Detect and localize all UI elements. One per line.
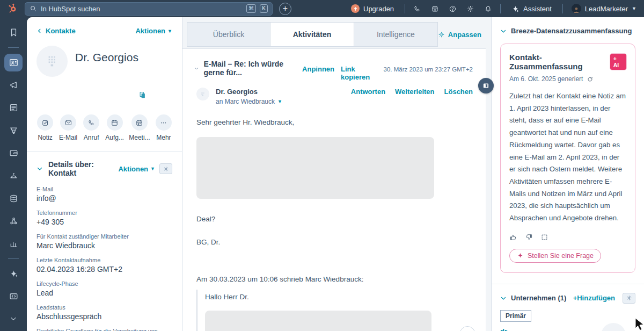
copy-summary-icon[interactable] [540, 233, 548, 241]
divider [8, 258, 19, 259]
email-button[interactable]: E-Mail [59, 114, 77, 141]
settings-gear-icon[interactable] [462, 5, 479, 13]
meeting-calendar-icon [131, 114, 148, 131]
refresh-icon[interactable] [587, 76, 594, 83]
breeze-summary-title: Breeze-Datensatzzusammenfassung [511, 27, 632, 35]
note-button[interactable]: Notiz [36, 114, 54, 141]
nav-reporting[interactable] [4, 235, 23, 253]
field-legal-basis[interactable]: Rechtliche Grundlage für die Verarbeitun… [36, 328, 172, 331]
nav-crm-contacts[interactable] [4, 54, 23, 71]
summary-card-title: Kontakt-Zusammenfassung [509, 53, 610, 71]
top-navigation-bar: ⌘ K + Upgraden Assis [0, 0, 644, 17]
user-name-label: LeadMarketer [585, 5, 628, 13]
assistant-label: Assistent [523, 5, 552, 13]
nav-data[interactable] [4, 190, 23, 207]
divider [562, 4, 563, 13]
search-input[interactable] [41, 5, 243, 13]
field-owner[interactable]: Für Kontakt zuständiger Mitarbeiter Marc… [36, 233, 172, 250]
email-subject[interactable]: E-Mail – Re: Ich würde gerne für... [194, 60, 296, 77]
delete-link[interactable]: Löschen [444, 88, 473, 105]
back-to-contacts-link[interactable]: Kontakte [36, 27, 76, 35]
company-association-card: Primär dr- dr- +49 [500, 310, 635, 331]
thumbs-up-icon[interactable] [509, 233, 517, 241]
task-calendar-icon [107, 114, 123, 131]
collapse-right-panel-button[interactable] [478, 78, 494, 93]
divider [405, 4, 405, 13]
collapse-chevron-icon[interactable] [500, 295, 507, 301]
tab-aktivitaeten[interactable]: Aktivitäten [270, 22, 354, 47]
marketplace-icon[interactable] [426, 5, 444, 13]
content-area: Kontakte Aktionen ▼ Dr. Georgios Noti [27, 17, 644, 331]
company-name-link[interactable]: dr- [500, 327, 560, 331]
task-button[interactable]: Aufg... [105, 114, 124, 141]
chevron-down-icon: ▼ [167, 28, 172, 34]
user-avatar [572, 4, 581, 13]
ask-question-button[interactable]: Stellen Sie eine Frage [509, 249, 601, 263]
upgrade-button[interactable]: Upgraden [343, 4, 401, 13]
companies-section-title: Unternehmen (1) [511, 294, 569, 302]
more-button[interactable]: Mehr [155, 114, 172, 141]
user-menu[interactable]: LeadMarketer ▼ [566, 4, 644, 13]
nav-commerce[interactable] [4, 144, 23, 162]
collapse-chevron-icon[interactable] [500, 28, 507, 34]
pin-link[interactable]: Anpinnen [302, 65, 334, 73]
nav-service[interactable] [4, 167, 23, 184]
help-icon[interactable] [444, 5, 462, 13]
upgrade-label: Upgraden [363, 5, 394, 13]
field-leadstatus[interactable]: Leadstatus Abschlussgespräch [36, 304, 172, 321]
nav-breeze-ai[interactable] [4, 265, 23, 283]
tab-ueberblick[interactable]: Überblick [187, 22, 270, 47]
quote-greeting: Hallo Herr Dr. [205, 293, 473, 301]
nav-sales[interactable] [4, 121, 23, 139]
nav-bookmarks[interactable] [4, 24, 23, 41]
email-sender[interactable]: Dr. Georgios [216, 88, 282, 96]
email-activity-card: E-Mail – Re: Ich würde gerne für... Anpi… [182, 48, 486, 331]
collapse-chevron-icon[interactable] [194, 66, 199, 71]
copy-link-link[interactable]: Link kopieren [341, 65, 376, 81]
thumbs-down-icon[interactable] [525, 233, 533, 241]
ellipsis-icon [156, 114, 172, 131]
generated-timestamp: Am 6. Okt. 2025 generiert [509, 75, 583, 83]
notifications-bell-icon[interactable] [479, 5, 497, 13]
field-phone[interactable]: Telefonnummer +49 305 [36, 210, 172, 226]
nav-automation[interactable] [4, 212, 23, 230]
chevron-down-icon: ▼ [277, 99, 282, 104]
nav-developer[interactable] [4, 287, 23, 305]
global-search[interactable]: ⌘ K [25, 2, 273, 16]
email-recipient[interactable]: an Marc Wiedbrauck ▼ [216, 98, 282, 105]
contact-actions-dropdown[interactable]: Aktionen ▼ [135, 27, 172, 35]
nav-collapse-chevron[interactable] [4, 310, 23, 328]
companies-settings-button[interactable] [623, 293, 635, 304]
tab-intelligence[interactable]: Intelligence [354, 22, 438, 47]
primary-badge: Primär [500, 310, 531, 322]
email-body: Sehr geehrter Hr. Wiedbrauck, Deal? BG, … [194, 118, 473, 331]
quoted-email: Hallo Herr Dr. [196, 290, 473, 331]
redacted-content-block [196, 137, 434, 199]
create-button[interactable]: + [279, 3, 291, 15]
contact-details-fields: E-Mail info@ Telefonnummer +49 305 Für K… [36, 186, 172, 331]
field-lifecycle[interactable]: Lifecycle-Phase Lead [36, 280, 172, 297]
call-button[interactable]: Anruf [83, 114, 100, 141]
nav-marketing[interactable] [4, 76, 23, 94]
customize-button[interactable]: Anpassen [438, 31, 486, 39]
record-main-panel: Überblick Aktivitäten Intelligence Anpas… [182, 17, 491, 331]
quick-actions-row: Notiz E-Mail Anruf Aufg... [36, 114, 172, 141]
calls-icon[interactable] [408, 5, 426, 13]
field-last-contacted[interactable]: Letzte Kontaktaufnahme 02.04.2023 16:28 … [36, 257, 172, 274]
field-email[interactable]: E-Mail info@ [36, 186, 172, 203]
company-avatar [601, 323, 626, 331]
reply-link[interactable]: Antworten [351, 88, 385, 105]
hubspot-logo[interactable] [0, 3, 25, 15]
forward-link[interactable]: Weiterleiten [395, 88, 434, 105]
copy-email-icon[interactable] [138, 91, 172, 99]
details-settings-button[interactable] [159, 163, 172, 174]
details-actions-dropdown[interactable]: Aktionen ▼ [118, 165, 155, 173]
nav-content[interactable] [4, 99, 23, 117]
meeting-button[interactable]: Meeti... [129, 114, 150, 141]
divider [8, 47, 19, 48]
add-company-link[interactable]: +Hinzufügen [573, 294, 615, 302]
contact-sidebar: Kontakte Aktionen ▼ Dr. Georgios Noti [27, 17, 182, 331]
collapse-chevron-icon[interactable] [36, 166, 43, 172]
chevron-down-icon: ▼ [632, 6, 636, 11]
assistant-button[interactable]: Assistent [504, 5, 559, 13]
